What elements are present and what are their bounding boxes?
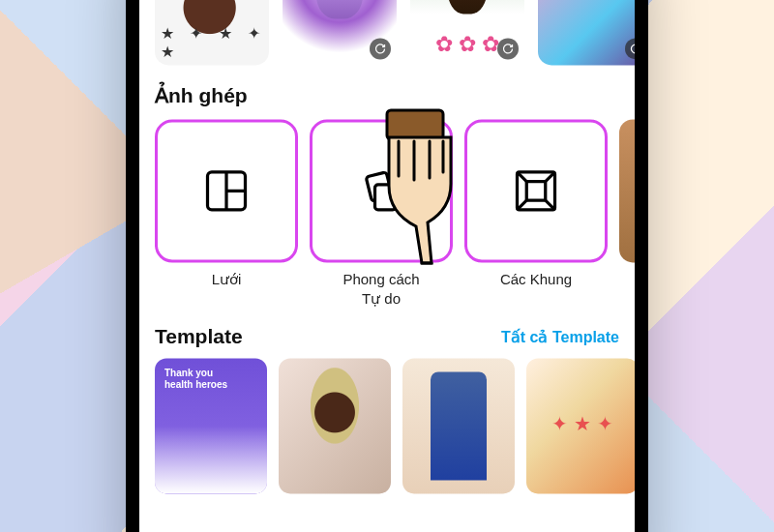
artwork-thumb[interactable] — [283, 0, 397, 65]
collage-options: Lưới Phong cách Tự do — [139, 119, 635, 308]
template-caption: Thank you health heroes — [164, 368, 242, 391]
template-thumb[interactable] — [402, 358, 515, 493]
frame-icon — [511, 165, 561, 216]
template-thumb[interactable] — [279, 358, 391, 493]
refresh-icon[interactable] — [625, 38, 635, 59]
template-thumb[interactable] — [526, 358, 635, 493]
collage-card-grid[interactable]: Lưới — [155, 119, 298, 289]
app-screen: Ảnh ghép Lưới Phong cách Tự do — [139, 0, 635, 532]
collage-label: Lưới — [212, 270, 242, 289]
svg-rect-4 — [375, 185, 397, 210]
all-templates-link[interactable]: Tất cả Template — [501, 328, 619, 346]
collage-label: Phong cách Tự do — [342, 270, 419, 308]
collage-card-freestyle[interactable]: Phong cách Tự do — [310, 119, 453, 308]
artwork-thumb[interactable] — [410, 0, 524, 65]
collage-label: Các Khung — [500, 270, 572, 289]
refresh-icon[interactable] — [370, 38, 391, 59]
artwork-thumb[interactable] — [538, 0, 635, 65]
section-title-collage: Ảnh ghép — [139, 65, 635, 119]
freestyle-icon — [356, 165, 406, 216]
section-title-template: Template — [155, 325, 243, 348]
refresh-icon[interactable] — [497, 38, 519, 59]
template-thumb[interactable]: Thank you health heroes — [155, 358, 267, 493]
grid-icon — [201, 165, 252, 216]
template-row: Thank you health heroes — [139, 358, 635, 493]
collage-extra-thumb[interactable] — [619, 119, 635, 262]
svg-rect-6 — [526, 182, 546, 201]
collage-card-frames[interactable]: Các Khung — [464, 119, 608, 289]
artwork-row — [139, 0, 635, 65]
artwork-thumb[interactable] — [155, 0, 269, 65]
phone-frame: Ảnh ghép Lưới Phong cách Tự do — [126, 0, 648, 532]
